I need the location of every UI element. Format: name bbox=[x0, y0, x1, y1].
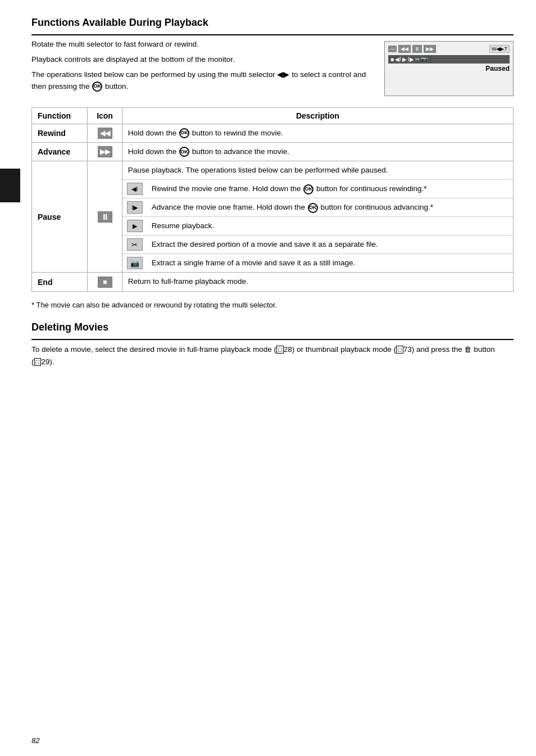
list-item: ▶ Resume playback. bbox=[122, 217, 513, 236]
list-item: 📷 Extract a single frame of a movie and … bbox=[122, 254, 513, 273]
ref-29: □ bbox=[34, 358, 42, 366]
func-rewind: Rewind bbox=[32, 124, 88, 142]
monitor-stop-icon: ■ bbox=[390, 56, 394, 62]
function-table: Function Icon Description Rewind ◀◀ Hold… bbox=[31, 107, 514, 292]
pause-sub-table: ◀I Rewind the movie one frame. Hold down… bbox=[122, 180, 513, 272]
section2-body: To delete a movie, select the desired mo… bbox=[31, 343, 514, 368]
advance-icon-box: ▶▶ bbox=[98, 146, 112, 157]
intro-p2: Playback controls are displayed at the b… bbox=[31, 54, 373, 66]
page-wrapper: Recording and Playing Back Movies Functi… bbox=[0, 0, 536, 756]
desc-end: Return to full-frame playback mode. bbox=[122, 273, 513, 291]
monitor-ff-icon: ▶▶ bbox=[424, 45, 436, 53]
func-advance: Advance bbox=[32, 142, 88, 161]
pause-icon-box: ⏸ bbox=[98, 211, 112, 223]
monitor-prev-icon: ◀I bbox=[395, 56, 401, 62]
func-pause: Pause bbox=[32, 161, 88, 273]
sub-icon-rewind-frame: ◀I bbox=[122, 180, 147, 198]
sidebar-label: Recording and Playing Back Movies bbox=[7, 324, 13, 432]
list-item: ◀I Rewind the movie one frame. Hold down… bbox=[122, 180, 513, 198]
monitor-rewind-icon: ◀◀ bbox=[398, 45, 411, 53]
monitor-next-icon: I▶ bbox=[408, 56, 414, 62]
section2-rule bbox=[31, 339, 514, 340]
sub-desc-play: Resume playback. bbox=[147, 217, 513, 236]
intro-p3: The operations listed below can be perfo… bbox=[31, 69, 373, 93]
monitor-play-icon: ▶ bbox=[402, 56, 407, 62]
monitor-paused: Paused bbox=[388, 64, 510, 73]
ref-73: □ bbox=[396, 346, 403, 354]
rewind-icon-box: ◀◀ bbox=[98, 128, 112, 139]
ref-28: □ bbox=[276, 346, 284, 354]
trash-icon: 🗑 bbox=[464, 344, 471, 356]
main-content: Functions Available During Playback Rota… bbox=[20, 0, 536, 756]
monitor-bottom-bar: ■ ◀I ▶ I▶ ✂ 📷 bbox=[388, 55, 510, 64]
monitor-clip-icon: ✂ bbox=[415, 56, 420, 62]
monitor-w-icon: W◀▶T bbox=[489, 45, 510, 53]
desc-advance: Hold down the OK button to advance the m… bbox=[122, 142, 513, 161]
list-item: ✂ Extract the desired portion of a movie… bbox=[122, 236, 513, 254]
pause-header-desc: Pause playback. The operations listed be… bbox=[122, 161, 513, 180]
icon-pause: ⏸ bbox=[88, 161, 122, 273]
section1-heading: Functions Available During Playback bbox=[31, 17, 514, 29]
footnote: * The movie can also be advanced or rewo… bbox=[31, 300, 514, 311]
sidebar: Recording and Playing Back Movies bbox=[0, 0, 20, 756]
table-row: Advance ▶▶ Hold down the OK button to ad… bbox=[32, 142, 514, 161]
table-row: End ■ Return to full-frame playback mode… bbox=[32, 273, 514, 291]
list-item: I▶ Advance the movie one frame. Hold dow… bbox=[122, 198, 513, 217]
frame-extract-icon: 📷 bbox=[127, 257, 143, 269]
intro-section: Rotate the multi selector to fast forwar… bbox=[31, 39, 514, 96]
func-end: End bbox=[32, 273, 88, 291]
icon-advance: ▶▶ bbox=[88, 142, 122, 161]
ok-circle-4: OK bbox=[308, 203, 318, 213]
monitor-top-bar: — ◀◀ ⏸ ▶▶ W◀▶T bbox=[388, 45, 510, 53]
advance-frame-icon: I▶ bbox=[127, 201, 143, 214]
desc-pause-container: Pause playback. The operations listed be… bbox=[122, 161, 513, 273]
section2-heading: Deleting Movies bbox=[31, 322, 514, 333]
icon-end: ■ bbox=[88, 273, 122, 291]
col-icon: Icon bbox=[88, 107, 122, 124]
col-description: Description bbox=[122, 107, 513, 124]
rewind-frame-icon: ◀I bbox=[127, 183, 143, 195]
play-icon: ▶ bbox=[127, 220, 143, 232]
ok-icon: OK bbox=[92, 82, 102, 92]
end-icon-box: ■ bbox=[98, 277, 112, 288]
ok-circle-1: OK bbox=[179, 128, 189, 138]
sidebar-black-bar bbox=[0, 169, 20, 202]
ok-circle-2: OK bbox=[179, 147, 189, 157]
intro-text: Rotate the multi selector to fast forwar… bbox=[31, 39, 373, 96]
table-header-row: Function Icon Description bbox=[32, 107, 514, 124]
ok-circle-3: OK bbox=[303, 184, 314, 194]
sub-icon-play: ▶ bbox=[122, 217, 147, 236]
sub-desc-frame: Extract a single frame of a movie and sa… bbox=[147, 254, 513, 273]
table-row: Rewind ◀◀ Hold down the OK button to rew… bbox=[32, 124, 514, 142]
icon-rewind: ◀◀ bbox=[88, 124, 122, 142]
sub-desc-extract: Extract the desired portion of a movie a… bbox=[147, 236, 513, 254]
sub-icon-extract: ✂ bbox=[122, 236, 147, 254]
extract-icon: ✂ bbox=[127, 238, 143, 251]
sub-icon-advance-frame: I▶ bbox=[122, 198, 147, 217]
monitor-pause-icon: ⏸ bbox=[412, 45, 422, 53]
sub-desc-advance-frame: Advance the movie one frame. Hold down t… bbox=[147, 198, 513, 217]
heading-rule bbox=[31, 34, 514, 35]
monitor-spacer: — bbox=[388, 46, 397, 52]
col-function: Function bbox=[32, 107, 88, 124]
monitor-cam-icon: 📷 bbox=[421, 56, 428, 62]
sub-icon-frame: 📷 bbox=[122, 254, 147, 273]
page-number: 82 bbox=[31, 736, 39, 745]
intro-p1: Rotate the multi selector to fast forwar… bbox=[31, 39, 373, 51]
paused-label: Paused bbox=[485, 65, 510, 73]
monitor-preview: — ◀◀ ⏸ ▶▶ W◀▶T ■ ◀I ▶ I▶ ✂ 📷 Pa bbox=[384, 41, 514, 96]
table-row-pause: Pause ⏸ Pause playback. The operations l… bbox=[32, 161, 514, 273]
sub-desc-rewind-frame: Rewind the movie one frame. Hold down th… bbox=[147, 180, 513, 198]
desc-rewind: Hold down the OK button to rewind the mo… bbox=[122, 124, 513, 142]
